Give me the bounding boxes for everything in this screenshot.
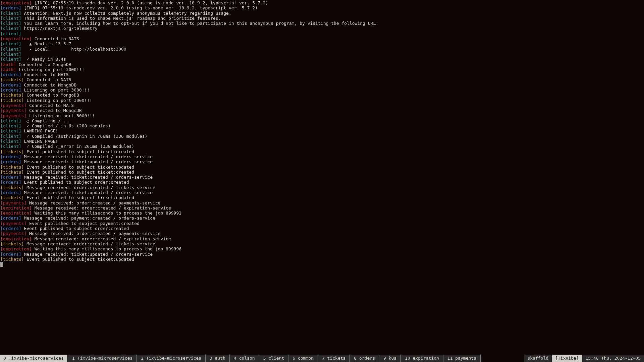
log-message: Listening on port 3000!!!: [24, 98, 92, 103]
log-message: Listening on port 3000!!!: [26, 113, 95, 118]
tmux-window-tab[interactable]: 2 TixVibe-microservices: [138, 355, 205, 362]
tmux-window-tab[interactable]: 1 TixVibe-microservices: [69, 355, 136, 362]
log-message: Connected to NATS: [24, 77, 71, 82]
log-message: ✓ Compiled /_error in 201ms (338 modules…: [21, 144, 135, 149]
log-line: [tickets] Listening on port 3000!!!: [0, 98, 644, 103]
log-message: Event published to subject ticket:create…: [24, 170, 134, 175]
service-label-tickets: [tickets]: [0, 77, 24, 82]
log-line: [orders] Event published to subject orde…: [0, 226, 644, 231]
tmux-window-tab[interactable]: 7 tickets: [319, 355, 349, 362]
log-message: Message received: ticket:created / order…: [21, 175, 153, 180]
service-label-expiration: [expiration]: [0, 246, 32, 251]
tmux-window-tab[interactable]: 10 expiration: [401, 355, 442, 362]
service-label-client: [client]: [0, 31, 21, 36]
log-line: [tickets] Event published to subject tic…: [0, 257, 644, 262]
log-message: Event published to subject ticket:update…: [24, 257, 134, 262]
log-message: [INFO] 07:55:19 ts-node-dev ver. 2.0.0 (…: [32, 0, 268, 5]
log-message: Message received: order:created / ticket…: [24, 185, 155, 190]
service-label-tickets: [tickets]: [0, 185, 24, 190]
log-line: [orders] Message received: payment:creat…: [0, 216, 644, 221]
terminal-cursor: [0, 262, 3, 267]
log-line: [expiration] Connected to NATS: [0, 36, 644, 41]
log-line: [tickets] Event published to subject tic…: [0, 195, 644, 200]
tmux-status-bar: 0 TixVibe-microservices1 TixVibe-microse…: [0, 355, 644, 362]
log-line: [orders] Message received: ticket:create…: [0, 175, 644, 180]
log-line: [expiration] Waiting this many milliseco…: [0, 210, 644, 216]
log-line: [client] ▲ Next.js 13.5.7: [0, 41, 644, 46]
service-label-orders: [orders]: [0, 190, 21, 195]
service-label-expiration: [expiration]: [0, 236, 32, 241]
terminal-output[interactable]: [expiration] [INFO] 07:55:19 ts-node-dev…: [0, 0, 644, 355]
log-message: You can learn more, including how to opt…: [21, 21, 378, 26]
log-line: [payments] Connected to NATS: [0, 103, 644, 108]
log-message: Connected to NATS: [32, 36, 79, 41]
log-message: - Local: http://localhost:3000: [21, 47, 126, 52]
log-message: This information is used to shape Next.j…: [21, 16, 221, 21]
service-label-client: [client]: [0, 144, 21, 149]
log-message: Event published to subject ticket:create…: [24, 149, 134, 154]
tmux-window-tab[interactable]: 8 orders: [351, 355, 378, 362]
service-label-orders: [orders]: [0, 226, 21, 231]
log-message: Event published to subject order:created: [21, 180, 129, 185]
log-message: Message received: order:created / paymen…: [26, 231, 160, 236]
log-line: [orders] Listening on port 3000!!!: [0, 87, 644, 93]
log-line: [tickets] Message received: order:create…: [0, 241, 644, 246]
service-label-client: [client]: [0, 11, 21, 16]
service-label-tickets: [tickets]: [0, 149, 24, 154]
log-line: [auth] Connected to MongoDB: [0, 62, 644, 67]
log-line: [tickets] Event published to subject tic…: [0, 149, 644, 154]
tmux-window-tab[interactable]: 11 payments: [444, 355, 480, 362]
tmux-window-tab[interactable]: 3 auth: [206, 355, 229, 362]
log-line: [client] LANDING PAGE!: [0, 139, 644, 144]
log-line: [client] ○ Compiling / ...: [0, 118, 644, 123]
service-label-client: [client]: [0, 26, 21, 31]
tmux-window-tab[interactable]: 0 TixVibe-microservices: [0, 355, 67, 362]
log-line: [client] This information is used to sha…: [0, 16, 644, 21]
log-message: Connected to MongoDB: [24, 93, 79, 98]
log-message: Message received: ticket:created / order…: [21, 154, 153, 159]
log-message: https://nextjs.org/telemetry: [21, 26, 98, 31]
tmux-status-right: skaffold [TixVibe] 15:48 Thu, 2024-12-05: [524, 355, 644, 362]
service-label-orders: [orders]: [0, 87, 21, 93]
service-label-payments: [payments]: [0, 108, 26, 113]
log-message: [21, 52, 24, 57]
tmux-window-tab[interactable]: 6 common: [289, 355, 317, 362]
log-line: [client] - Local: http://localhost:3000: [0, 47, 644, 52]
service-label-client: [client]: [0, 16, 21, 21]
tmux-window-tab[interactable]: 5 client: [260, 355, 288, 362]
log-message: Connected to NATS: [21, 72, 69, 77]
service-label-client: [client]: [0, 128, 21, 133]
service-label-payments: [payments]: [0, 200, 26, 205]
log-message: LANDING PAGE!: [21, 128, 58, 133]
log-line: [client] You can learn more, including h…: [0, 21, 644, 26]
service-label-tickets: [tickets]: [0, 93, 24, 98]
log-message: Message received: ticket:updated / order…: [21, 159, 153, 164]
log-line: [client] ✓ Compiled / in 6s (288 modules…: [0, 123, 644, 128]
service-label-tickets: [tickets]: [0, 257, 24, 262]
status-session: [TixVibe]: [552, 355, 582, 362]
service-label-orders: [orders]: [0, 180, 21, 185]
log-line: [auth] Listening on port 3000!!!: [0, 67, 644, 72]
service-label-auth: [auth]: [0, 62, 16, 67]
log-message: Message received: ticket:updated / order…: [21, 252, 153, 257]
tmux-window-tab[interactable]: 9 k8s: [380, 355, 400, 362]
log-message: [21, 31, 24, 36]
log-line: [orders] Connected to NATS: [0, 72, 644, 77]
service-label-client: [client]: [0, 139, 21, 144]
log-line: [payments] Listening on port 3000!!!: [0, 113, 644, 118]
log-message: Message received: order:created / ticket…: [24, 241, 155, 246]
log-message: Event published to subject ticket:update…: [24, 195, 134, 200]
tab-separator: [480, 355, 481, 362]
log-message: ○ Compiling / ...: [21, 118, 71, 123]
log-line: [expiration] [INFO] 07:55:19 ts-node-dev…: [0, 0, 644, 5]
log-line: [orders] Connected to MongoDB: [0, 82, 644, 87]
log-line: [orders] Message received: ticket:update…: [0, 159, 644, 164]
log-message: Connected to MongoDB: [21, 82, 76, 87]
service-label-orders: [orders]: [0, 216, 21, 221]
log-line: [orders] Event published to subject orde…: [0, 180, 644, 185]
service-label-tickets: [tickets]: [0, 98, 24, 103]
log-message: LANDING PAGE!: [21, 139, 58, 144]
tmux-window-tab[interactable]: 4 colson: [230, 355, 258, 362]
service-label-payments: [payments]: [0, 221, 26, 226]
status-process: skaffold: [524, 355, 552, 362]
